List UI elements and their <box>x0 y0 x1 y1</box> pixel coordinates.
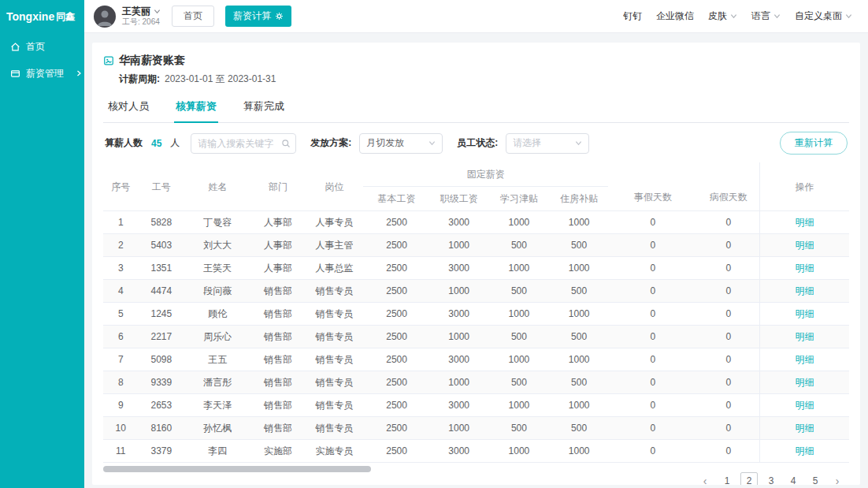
table-cell: 销售部 <box>250 394 305 417</box>
home-button[interactable]: 首页 <box>172 6 214 27</box>
salary-table: 序号 工号 姓名 部门 岗位 固定薪资 事假天数 病假天数 操作 基本工资 职级… <box>103 162 849 463</box>
detail-link[interactable]: 明细 <box>795 331 814 342</box>
search-icon <box>281 139 291 148</box>
detail-link[interactable]: 明细 <box>795 400 814 411</box>
menu-item-dingtalk[interactable]: 钉钉 <box>623 9 642 23</box>
action-cell: 明细 <box>759 257 849 280</box>
period-row: 计薪周期:2023-01-01 至 2023-01-31 <box>103 71 849 92</box>
action-cell: 明细 <box>759 440 849 463</box>
table-cell: 销售专员 <box>306 348 364 371</box>
menu-item-custom-desktop[interactable]: 自定义桌面 <box>795 9 852 23</box>
table-cell: 2500 <box>363 326 429 348</box>
menu-item-wecom[interactable]: 企业微信 <box>656 9 694 23</box>
table-cell: 3000 <box>430 303 488 326</box>
column-header: 学习津贴 <box>488 187 551 211</box>
detail-link[interactable]: 明细 <box>795 285 814 296</box>
prev-page-button[interactable]: ‹ <box>696 472 714 485</box>
tab-verify-staff[interactable]: 核对人员 <box>106 92 150 122</box>
column-header: 住房补贴 <box>550 187 608 211</box>
table-cell: 段问薇 <box>184 280 250 303</box>
page-button-5[interactable]: 5 <box>807 472 824 485</box>
search-box <box>191 133 296 154</box>
table-cell: 4 <box>103 280 139 303</box>
search-input[interactable] <box>191 133 296 154</box>
chevron-down-icon <box>773 13 781 20</box>
chevron-down-icon <box>730 13 737 20</box>
album-icon <box>103 55 114 66</box>
table-cell: 王笑天 <box>184 257 250 280</box>
detail-link[interactable]: 明细 <box>795 240 814 251</box>
table-cell: 3000 <box>430 394 488 417</box>
table-cell: 人事部 <box>250 211 305 234</box>
table-cell: 500 <box>488 280 551 303</box>
main-area: 王芙丽 工号: 2064 首页 薪资计算 钉钉 企业微信 皮肤 <box>84 0 868 488</box>
table-cell: 5403 <box>139 234 185 257</box>
menu-item-language[interactable]: 语言 <box>751 9 781 23</box>
table-cell: 9 <box>103 394 139 417</box>
table-row: 108160孙忆枫销售部销售专员2500100050050000明细 <box>103 417 849 440</box>
page-button-2[interactable]: 2 <box>740 472 758 485</box>
menu-item-label: 皮肤 <box>708 9 727 23</box>
table-cell: 2500 <box>363 234 429 257</box>
chevron-down-icon <box>428 140 436 147</box>
table-cell: 李四 <box>184 440 250 463</box>
table-cell: 1000 <box>430 371 488 394</box>
table-header: 序号 工号 姓名 部门 岗位 固定薪资 事假天数 病假天数 操作 基本工资 职级… <box>103 162 849 211</box>
table-row: 31351王笑天人事部人事总监250030001000100000明细 <box>103 257 849 280</box>
table-cell: 2500 <box>363 394 429 417</box>
table-cell: 3000 <box>430 348 488 371</box>
table-cell: 1000 <box>488 394 551 417</box>
user-block[interactable]: 王芙丽 工号: 2064 <box>94 6 161 28</box>
table-cell: 0 <box>608 234 698 257</box>
page-button-1[interactable]: 1 <box>718 472 736 485</box>
table-cell: 11 <box>103 440 139 463</box>
brand-logo-text: Tongxine <box>6 10 54 23</box>
page-button-3[interactable]: 3 <box>762 472 780 485</box>
plan-select-value: 月切发放 <box>366 136 404 150</box>
detail-link[interactable]: 明细 <box>795 217 814 228</box>
table-cell: 0 <box>698 348 760 371</box>
action-cell: 明细 <box>759 303 849 326</box>
recalculate-button[interactable]: 重新计算 <box>780 132 848 155</box>
table-cell: 0 <box>608 211 698 234</box>
detail-link[interactable]: 明细 <box>795 354 814 365</box>
page-title: 华南薪资账套 <box>119 54 185 68</box>
next-page-button[interactable]: › <box>829 472 846 485</box>
status-select[interactable]: 请选择 <box>506 133 589 154</box>
detail-link[interactable]: 明细 <box>795 377 814 388</box>
page-button-4[interactable]: 4 <box>785 472 802 485</box>
column-header: 工号 <box>139 162 185 211</box>
menu-item-skin[interactable]: 皮肤 <box>708 9 737 23</box>
action-cell: 明细 <box>759 348 849 371</box>
table-cell: 人事部 <box>250 234 305 257</box>
tab-calc-done[interactable]: 算薪完成 <box>242 92 286 122</box>
table-cell: 2500 <box>363 280 429 303</box>
table-cell: 0 <box>698 394 760 417</box>
table-row: 75098王五销售部销售专员250030001000100000明细 <box>103 348 849 371</box>
sidebar-item-payroll-management[interactable]: 薪资管理 <box>0 60 84 87</box>
title-row: 华南薪资账套 <box>103 50 849 71</box>
table-cell: 4474 <box>139 280 185 303</box>
wallet-icon <box>10 69 20 79</box>
table-cell: 1000 <box>488 257 551 280</box>
payroll-calc-button[interactable]: 薪资计算 <box>225 6 291 27</box>
table-cell: 2500 <box>363 417 429 440</box>
action-cell: 明细 <box>759 417 849 440</box>
detail-link[interactable]: 明细 <box>795 263 814 274</box>
column-header: 姓名 <box>184 162 250 211</box>
column-header: 序号 <box>103 162 139 211</box>
detail-link[interactable]: 明细 <box>795 308 814 319</box>
top-menu: 钉钉 企业微信 皮肤 语言 自定义桌面 <box>623 9 852 23</box>
column-header: 操作 <box>759 162 849 211</box>
sidebar-item-home[interactable]: 首页 <box>0 33 84 60</box>
detail-link[interactable]: 明细 <box>795 445 814 456</box>
table-cell: 丁曼容 <box>184 211 250 234</box>
table-cell: 1000 <box>550 440 608 463</box>
tab-calc-salary[interactable]: 核算薪资 <box>174 92 218 122</box>
horizontal-scrollbar-thumb[interactable] <box>103 466 371 472</box>
plan-select[interactable]: 月切发放 <box>359 133 443 154</box>
detail-link[interactable]: 明细 <box>795 423 814 434</box>
status-select-placeholder: 请选择 <box>513 136 541 150</box>
table-cell: 2500 <box>363 303 429 326</box>
table-cell: 销售部 <box>250 326 305 348</box>
